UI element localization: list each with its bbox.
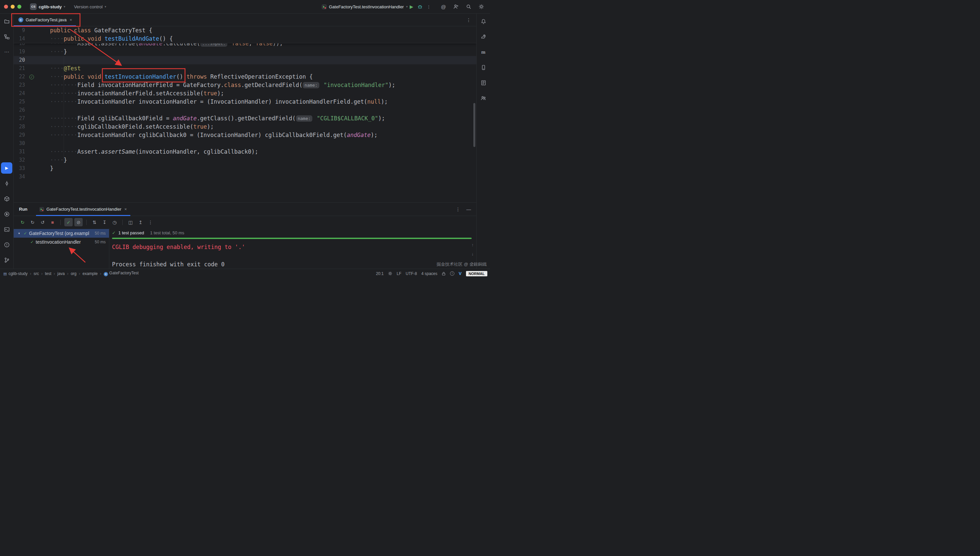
caret-position[interactable]: 20:1	[376, 272, 384, 276]
build-icon[interactable]	[1, 193, 12, 204]
code-editor[interactable]: 9public class GateFactoryTest {14····pub…	[14, 26, 476, 202]
run-panel-options-icon[interactable]: ⋮	[456, 207, 460, 212]
test-tree-item[interactable]: ▾✓GateFactoryTest (org.exampl50 ms	[14, 229, 109, 238]
indent-widget[interactable]: 4 spaces	[421, 272, 438, 276]
more-icon[interactable]: ⋯	[1, 46, 12, 58]
run-tool-window: Run GateFactoryTest.testInvocationHandle…	[14, 202, 476, 269]
line-separator-widget[interactable]: LF	[397, 272, 401, 276]
run-tab[interactable]: GateFactoryTest.testInvocationHandler ×	[36, 203, 130, 216]
code-token: }	[50, 165, 53, 172]
capture-snapshot-icon[interactable]: ◫	[126, 218, 135, 226]
toggle-auto-test-icon[interactable]: ↺	[38, 218, 47, 226]
expand-chevron-icon[interactable]: ▾	[18, 232, 22, 235]
run-configuration-widget[interactable]: GateFactoryTest.testInvocationHandler ▾	[322, 4, 408, 9]
scroll-up-icon[interactable]: ↑	[471, 242, 474, 247]
partially-scrolled-line: 18········Assert.assertTrue(andGate.calc…	[14, 43, 476, 48]
sort-alphabetically-icon[interactable]: ⇅	[90, 218, 98, 226]
test-passed-gutter-icon[interactable]: ✓	[29, 75, 34, 79]
run-tool-window-icon[interactable]: ▶	[1, 162, 12, 174]
services-icon[interactable]	[1, 208, 12, 220]
code-token: "CGLIB$CALLBACK_0"	[316, 115, 378, 122]
settings-gear-icon[interactable]	[477, 3, 486, 11]
minimize-panel-icon[interactable]: —	[467, 207, 471, 212]
editor-area: C GateFactoryTest.java × ⋮ 9public class…	[14, 14, 476, 202]
close-window-button[interactable]	[4, 5, 8, 9]
minimize-window-button[interactable]	[11, 5, 15, 9]
breadcrumb-separator: ›	[79, 272, 80, 276]
navigate-to-test-icon[interactable]: ↧	[100, 218, 109, 226]
maven-icon[interactable]: m	[478, 46, 489, 58]
code-token: cglibCallback0Field.setAccessible(	[77, 123, 193, 130]
at-mention-button[interactable]: @	[439, 3, 448, 11]
search-icon[interactable]	[464, 3, 473, 11]
encoding-widget[interactable]: UTF-8	[406, 272, 417, 276]
inspections-widget-icon[interactable]: !	[450, 272, 454, 276]
breadcrumb-item[interactable]: org	[71, 272, 76, 276]
version-control-menu[interactable]: Version control ▾	[72, 3, 108, 11]
debug-button[interactable]	[415, 3, 425, 11]
collaboration-icon[interactable]	[478, 92, 489, 103]
project-switcher[interactable]: CS cglib-study ▾	[28, 2, 67, 11]
code-token: true	[203, 90, 217, 97]
java-class-icon: C	[18, 17, 23, 22]
terminal-icon[interactable]	[1, 224, 12, 235]
lock-icon[interactable]	[442, 272, 446, 276]
inlay-hint: name:	[296, 115, 312, 122]
more-actions-button[interactable]: ⋮	[425, 3, 433, 11]
rerun-tests-icon[interactable]: ↻	[18, 218, 27, 226]
breadcrumb-item[interactable]: example	[82, 272, 97, 276]
structure-icon[interactable]	[1, 31, 12, 42]
zoom-window-button[interactable]	[17, 5, 21, 9]
show-passed-icon[interactable]: ✓	[65, 218, 73, 226]
gradle-icon[interactable]	[478, 31, 489, 42]
commit-icon[interactable]	[1, 178, 12, 189]
gutter	[25, 123, 50, 131]
code-token: InvocationHandler cglibCallback0 = (Invo…	[77, 132, 347, 138]
code-text: }	[50, 164, 53, 173]
add-user-button[interactable]	[451, 3, 461, 11]
breadcrumb-separator: ›	[100, 272, 101, 276]
line-number: 23	[14, 81, 25, 89]
editor-scrollbar[interactable]	[473, 103, 475, 147]
right-tool-strip: m	[476, 14, 490, 269]
show-test-duration-icon[interactable]: ◷	[110, 218, 119, 226]
documentation-icon[interactable]	[478, 77, 489, 88]
export-results-icon[interactable]: ↥	[136, 218, 145, 226]
test-name: GateFactoryTest (org.exampl	[29, 231, 93, 236]
code-text: ····@Test	[50, 64, 81, 73]
test-console[interactable]: ✓ 1 test passed 1 test total, 50 ms CGLI…	[109, 228, 476, 269]
version-control-icon[interactable]	[1, 254, 12, 266]
breadcrumb-item[interactable]: CGateFactoryTest	[104, 271, 139, 276]
breadcrumb-item[interactable]: java	[57, 272, 65, 276]
notifications-bell-icon[interactable]	[478, 16, 489, 27]
line-number: 30	[14, 139, 25, 148]
line-number: 19	[14, 48, 25, 56]
breadcrumb-item[interactable]: ▤cglib-study	[3, 272, 27, 276]
breadcrumb: ▤cglib-study›src›test›java›org›example›C…	[3, 271, 139, 276]
stop-icon[interactable]: ■	[48, 218, 57, 226]
code-text: ········Assert.assertSame(invocationHand…	[50, 148, 258, 156]
more-options-icon[interactable]: ⋮	[146, 218, 155, 226]
gutter	[25, 106, 50, 114]
tab-options-icon[interactable]: ⋮	[467, 17, 476, 23]
gutter	[25, 156, 50, 164]
close-tab-icon[interactable]: ×	[69, 17, 72, 22]
problems-icon[interactable]	[1, 239, 12, 251]
toolbar-separator	[86, 220, 87, 225]
scroll-down-icon[interactable]: ↓	[471, 251, 474, 256]
line-number: 28	[14, 123, 25, 131]
code-token: ()	[176, 73, 187, 80]
run-button[interactable]: ▶	[408, 3, 415, 11]
tab-gatefactorytest-java[interactable]: C GateFactoryTest.java ×	[14, 14, 76, 26]
close-run-tab-icon[interactable]: ×	[124, 207, 127, 212]
highlighting-level-icon[interactable]	[388, 272, 392, 276]
show-ignored-icon[interactable]: ⊘	[74, 218, 83, 226]
test-passed-icon: ✓	[112, 230, 116, 235]
test-tree-item[interactable]: ✓testInvocationHandler50 ms	[14, 238, 109, 246]
breadcrumb-item[interactable]: src	[34, 272, 39, 276]
project-folder-icon[interactable]	[1, 16, 12, 27]
code-token: false	[232, 43, 249, 47]
device-manager-icon[interactable]	[478, 61, 489, 73]
breadcrumb-item[interactable]: test	[45, 272, 51, 276]
rerun-failed-tests-icon[interactable]: ↻	[28, 218, 37, 226]
